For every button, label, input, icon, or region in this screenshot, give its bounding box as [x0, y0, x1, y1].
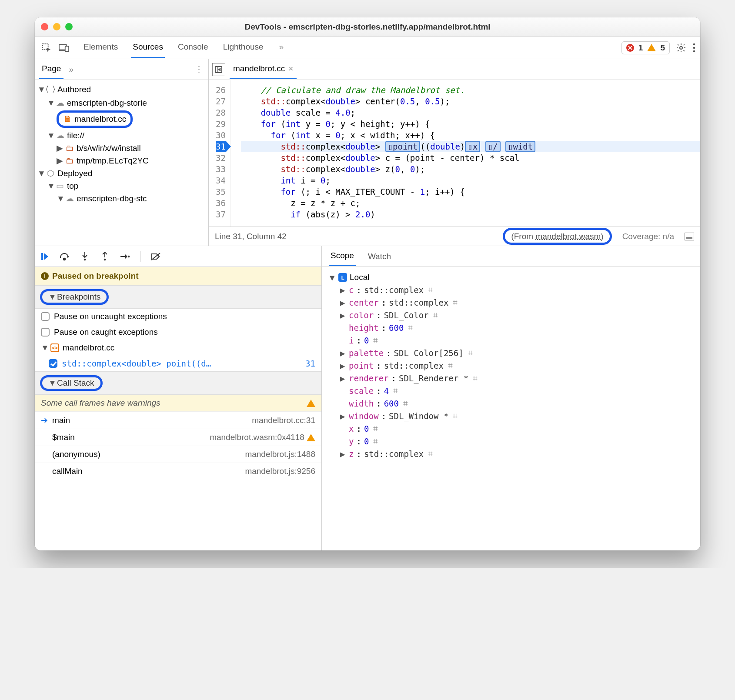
- editor-panel: mandelbrot.cc × 262728293031323334353637…: [209, 59, 700, 246]
- svg-point-12: [128, 255, 130, 257]
- line-gutter: 262728293031323334353637: [209, 80, 231, 227]
- info-icon: i: [41, 272, 49, 280]
- device-toolbar-icon[interactable]: [57, 40, 71, 55]
- svg-point-5: [693, 47, 695, 49]
- pause-caught-toggle[interactable]: Pause on caught exceptions: [35, 324, 321, 340]
- breakpoint-file[interactable]: ▼<>mandelbrot.cc: [35, 340, 321, 356]
- coverage-label: Coverage: n/a: [622, 232, 674, 241]
- navigator-tabs: Page » ⋮: [35, 59, 208, 80]
- scope-tabs: Scope Watch: [322, 246, 700, 267]
- tree-origin[interactable]: ▼☁emscripten-dbg-stc: [37, 192, 207, 205]
- tab-scope[interactable]: Scope: [329, 247, 356, 266]
- tree-folder[interactable]: ▶🗀b/s/w/ir/x/w/install: [37, 142, 207, 154]
- tab-lighthouse[interactable]: Lighthouse: [221, 37, 265, 58]
- svg-rect-8: [41, 253, 43, 260]
- callstack-frame[interactable]: $mainmandelbrot.wasm:0x4118: [35, 429, 321, 446]
- scope-variable[interactable]: y: 0⌗: [330, 435, 692, 447]
- toggle-navigator-icon[interactable]: [212, 63, 225, 76]
- code-body[interactable]: // Calculate and draw the Mandelbrot set…: [231, 80, 700, 227]
- scope-variable[interactable]: ▶z: std::complex⌗: [330, 447, 692, 460]
- navigator-panel: Page » ⋮ ▼〈 〉Authored ▼☁emscripten-dbg-s…: [35, 59, 209, 246]
- warning-icon: [647, 44, 656, 51]
- tree-scheme[interactable]: ▼☁file://: [37, 129, 207, 142]
- scope-variable[interactable]: ▶center: std::complex⌗: [330, 296, 692, 309]
- close-tab-icon[interactable]: ×: [288, 64, 293, 73]
- tree-origin[interactable]: ▼☁emscripten-dbg-storie: [37, 97, 207, 109]
- tree-folder[interactable]: ▶🗀tmp/tmp.ELcTq2YC: [37, 154, 207, 167]
- kebab-menu-icon[interactable]: [692, 43, 696, 53]
- editor-statusbar: Line 31, Column 42 (From mandelbrot.wasm…: [209, 227, 700, 246]
- scope-variable[interactable]: ▶renderer: SDL_Renderer *⌗: [330, 372, 692, 384]
- scope-variable[interactable]: ▶color: SDL_Color⌗: [330, 309, 692, 321]
- scope-variable[interactable]: i: 0⌗: [330, 334, 692, 347]
- svg-rect-2: [65, 46, 69, 51]
- navigator-menu-icon[interactable]: ⋮: [195, 64, 204, 74]
- scope-variable[interactable]: ▶point: std::complex⌗: [330, 359, 692, 372]
- resume-icon[interactable]: [38, 250, 51, 263]
- callstack-frame[interactable]: callMainmandelbrot.js:9256: [35, 463, 321, 480]
- svg-point-6: [693, 50, 695, 52]
- source-from: (From mandelbrot.wasm): [503, 232, 611, 241]
- editor-tab[interactable]: mandelbrot.cc ×: [230, 60, 297, 79]
- titlebar: DevTools - emscripten-dbg-stories.netlif…: [35, 17, 700, 37]
- navigator-more-icon[interactable]: »: [69, 65, 74, 74]
- callstack-section[interactable]: ▼Call Stack: [35, 371, 321, 395]
- main-tabstrip: Elements Sources Console Lighthouse » 1 …: [35, 37, 700, 59]
- svg-point-11: [104, 258, 106, 260]
- window-title: DevTools - emscripten-dbg-stories.netlif…: [35, 22, 700, 32]
- scope-variable[interactable]: ▶window: SDL_Window *⌗: [330, 410, 692, 422]
- tree-authored[interactable]: ▼〈 〉Authored: [37, 83, 207, 97]
- scope-variable[interactable]: ▶palette: SDL_Color[256]⌗: [330, 347, 692, 359]
- debugger-sidebar: i Paused on breakpoint ▼Breakpoints Paus…: [35, 246, 322, 550]
- step-out-icon[interactable]: [98, 250, 111, 263]
- scope-panel: Scope Watch ▼LLocal ▶c: std::complex⌗▶ce…: [322, 246, 700, 550]
- scope-local[interactable]: ▼LLocal: [330, 271, 692, 283]
- navigator-tab-page[interactable]: Page: [39, 60, 63, 79]
- scope-variable[interactable]: x: 0⌗: [330, 422, 692, 435]
- deactivate-breakpoints-icon[interactable]: [149, 250, 162, 263]
- issues-counter[interactable]: 1 5: [621, 41, 670, 54]
- scope-variable[interactable]: width: 600⌗: [330, 397, 692, 410]
- svg-point-9: [63, 258, 65, 260]
- paused-banner: i Paused on breakpoint: [35, 267, 321, 285]
- code-editor[interactable]: 262728293031323334353637 // Calculate an…: [209, 80, 700, 227]
- tree-top[interactable]: ▼▭top: [37, 180, 207, 192]
- more-tabs-icon[interactable]: »: [277, 37, 287, 58]
- callstack-frame[interactable]: ➔mainmandelbrot.cc:31: [35, 411, 321, 429]
- tab-console[interactable]: Console: [176, 37, 210, 58]
- tree-deployed[interactable]: ▼⬡Deployed: [37, 167, 207, 180]
- show-drawer-icon[interactable]: [685, 233, 694, 240]
- scope-variable[interactable]: scale: 4⌗: [330, 384, 692, 397]
- svg-point-3: [680, 47, 682, 49]
- error-icon: [626, 44, 634, 52]
- navigator-tree: ▼〈 〉Authored ▼☁emscripten-dbg-storie 🗎ma…: [35, 80, 208, 207]
- tree-file-highlighted[interactable]: 🗎mandelbrot.cc: [37, 109, 207, 129]
- step-into-icon[interactable]: [78, 250, 91, 263]
- scope-variable[interactable]: height: 600⌗: [330, 321, 692, 334]
- source-from-link[interactable]: mandelbrot.wasm: [535, 232, 601, 241]
- toolbar-right: 1 5: [621, 41, 696, 54]
- breakpoints-section[interactable]: ▼Breakpoints: [35, 285, 321, 309]
- tab-watch[interactable]: Watch: [366, 247, 393, 266]
- devtools-window: DevTools - emscripten-dbg-stories.netlif…: [35, 17, 700, 550]
- pause-uncaught-toggle[interactable]: Pause on uncaught exceptions: [35, 309, 321, 324]
- callstack-frame[interactable]: (anonymous)mandelbrot.js:1488: [35, 446, 321, 463]
- svg-point-4: [693, 43, 695, 45]
- scope-tree[interactable]: ▼LLocal ▶c: std::complex⌗▶center: std::c…: [322, 267, 700, 464]
- step-icon[interactable]: [118, 250, 131, 263]
- debugger-toolbar: [35, 246, 321, 267]
- warning-icon: [307, 400, 315, 407]
- panel-tabs: Elements Sources Console Lighthouse »: [82, 37, 286, 58]
- cursor-position: Line 31, Column 42: [215, 232, 287, 241]
- breakpoint-entry[interactable]: std::complex<double> point((d…31: [35, 356, 321, 371]
- inspect-icon[interactable]: [39, 40, 54, 55]
- step-over-icon[interactable]: [58, 250, 71, 263]
- tab-elements[interactable]: Elements: [82, 37, 120, 58]
- tab-sources[interactable]: Sources: [131, 37, 165, 58]
- editor-tabbar: mandelbrot.cc ×: [209, 59, 700, 80]
- scope-variable[interactable]: ▶c: std::complex⌗: [330, 283, 692, 296]
- settings-icon[interactable]: [676, 43, 686, 53]
- error-count: 1: [638, 43, 643, 53]
- warning-count: 5: [660, 43, 665, 53]
- callstack-warning: Some call frames have warnings: [35, 395, 321, 411]
